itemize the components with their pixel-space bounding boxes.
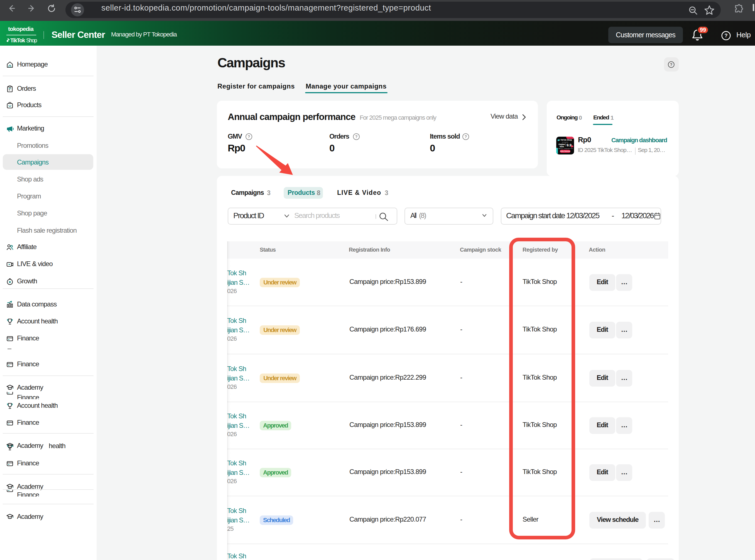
svg-text:?: ? <box>724 33 728 38</box>
svg-text:?: ? <box>670 62 673 67</box>
svg-text:?: ? <box>465 135 467 139</box>
svg-text:?: ? <box>355 135 358 139</box>
